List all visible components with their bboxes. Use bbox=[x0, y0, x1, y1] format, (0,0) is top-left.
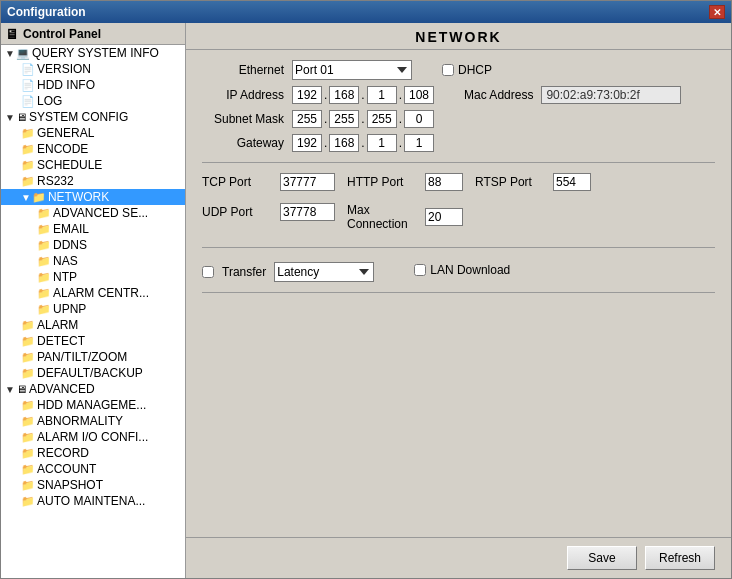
sidebar-item-snapshot[interactable]: 📁 SNAPSHOT bbox=[1, 477, 185, 493]
panel-body: Ethernet Port 01Port 02 DHCP IP Address … bbox=[186, 50, 731, 537]
gateway-dot-2: . bbox=[361, 136, 364, 150]
sidebar-item-hddinfo[interactable]: 📄 HDD INFO bbox=[1, 77, 185, 93]
encode-icon: 📁 bbox=[21, 143, 35, 156]
sidebar-item-query[interactable]: ▼ 💻 QUERY SYSTEM INFO bbox=[1, 45, 185, 61]
sidebar-item-general[interactable]: 📁 GENERAL bbox=[1, 125, 185, 141]
ip-part-1[interactable] bbox=[292, 86, 322, 104]
sidebar-item-ntp[interactable]: 📁 NTP bbox=[1, 269, 185, 285]
ip-address-row: IP Address . . . Mac Address bbox=[202, 86, 715, 104]
ethernet-dropdown[interactable]: Port 01Port 02 bbox=[292, 60, 412, 80]
snapshot-icon: 📁 bbox=[21, 479, 35, 492]
panel-title: NETWORK bbox=[186, 23, 731, 50]
tcp-port-label: TCP Port bbox=[202, 175, 272, 189]
alarm-centr-icon: 📁 bbox=[37, 287, 51, 300]
subnet-part-4[interactable] bbox=[404, 110, 434, 128]
rtsp-port-input[interactable] bbox=[553, 173, 591, 191]
sidebar-item-upnp[interactable]: 📁 UPNP bbox=[1, 301, 185, 317]
sidebar-item-version[interactable]: 📄 VERSION bbox=[1, 61, 185, 77]
ip-part-2[interactable] bbox=[329, 86, 359, 104]
sidebar-item-label: ACCOUNT bbox=[37, 462, 96, 476]
sidebar-item-label: SCHEDULE bbox=[37, 158, 102, 172]
sidebar-item-log[interactable]: 📄 LOG bbox=[1, 93, 185, 109]
sidebar-item-label: RECORD bbox=[37, 446, 89, 460]
sidebar-item-alarm-centr[interactable]: 📁 ALARM CENTR... bbox=[1, 285, 185, 301]
sidebar-item-email[interactable]: 📁 EMAIL bbox=[1, 221, 185, 237]
sidebar-item-network[interactable]: ▼ 📁 NETWORK bbox=[1, 189, 185, 205]
sidebar-item-auto-maint[interactable]: 📁 AUTO MAINTENA... bbox=[1, 493, 185, 509]
sidebar-item-label: AUTO MAINTENA... bbox=[37, 494, 145, 508]
sidebar-item-advanced-se[interactable]: 📁 ADVANCED SE... bbox=[1, 205, 185, 221]
dhcp-row: DHCP bbox=[442, 63, 492, 77]
ethernet-row: Ethernet Port 01Port 02 DHCP bbox=[202, 60, 715, 80]
sidebar-item-schedule[interactable]: 📁 SCHEDULE bbox=[1, 157, 185, 173]
save-button[interactable]: Save bbox=[567, 546, 637, 570]
lan-download-checkbox[interactable] bbox=[414, 264, 426, 276]
sidebar-item-label: DETECT bbox=[37, 334, 85, 348]
collapse-sysconfig[interactable]: ▼ bbox=[5, 112, 15, 123]
sidebar-item-advanced[interactable]: ▼ 🖥 ADVANCED bbox=[1, 381, 185, 397]
subnet-part-1[interactable] bbox=[292, 110, 322, 128]
lan-download-label: LAN Download bbox=[430, 263, 510, 277]
network-icon: 📁 bbox=[32, 191, 46, 204]
collapse-advanced[interactable]: ▼ bbox=[5, 384, 15, 395]
udp-port-input[interactable] bbox=[280, 203, 335, 221]
lan-download-row: LAN Download bbox=[414, 263, 510, 277]
sidebar-item-nas[interactable]: 📁 NAS bbox=[1, 253, 185, 269]
hddinfo-icon: 📄 bbox=[21, 79, 35, 92]
sidebar-item-label: QUERY SYSTEM INFO bbox=[32, 46, 159, 60]
ip-dot-3: . bbox=[399, 88, 402, 102]
ip-part-3[interactable] bbox=[367, 86, 397, 104]
alarm-io-icon: 📁 bbox=[21, 431, 35, 444]
max-conn-label: Max Connection bbox=[347, 203, 417, 231]
main-window: Configuration ✕ 🖥 Control Panel ▼ 💻 QUER… bbox=[0, 0, 732, 579]
subnet-label: Subnet Mask bbox=[202, 112, 292, 126]
sidebar-item-alarm-io[interactable]: 📁 ALARM I/O CONFI... bbox=[1, 429, 185, 445]
gateway-label: Gateway bbox=[202, 136, 292, 150]
sidebar-item-label: PAN/TILT/ZOOM bbox=[37, 350, 127, 364]
sidebar-item-encode[interactable]: 📁 ENCODE bbox=[1, 141, 185, 157]
sidebar-item-ddns[interactable]: 📁 DDNS bbox=[1, 237, 185, 253]
max-conn-input[interactable] bbox=[425, 208, 463, 226]
gateway-field: . . . bbox=[292, 134, 434, 152]
tcp-port-input[interactable] bbox=[280, 173, 335, 191]
sidebar-item-label: ALARM bbox=[37, 318, 78, 332]
sidebar-item-detect[interactable]: 📁 DETECT bbox=[1, 333, 185, 349]
rs232-icon: 📁 bbox=[21, 175, 35, 188]
mac-row: Mac Address bbox=[464, 86, 681, 104]
sidebar-item-ptz[interactable]: 📁 PAN/TILT/ZOOM bbox=[1, 349, 185, 365]
sidebar-item-rs232[interactable]: 📁 RS232 bbox=[1, 173, 185, 189]
transfer-checkbox[interactable] bbox=[202, 266, 214, 278]
http-port-row: HTTP Port bbox=[347, 173, 463, 191]
collapse-query[interactable]: ▼ bbox=[5, 48, 15, 59]
close-button[interactable]: ✕ bbox=[709, 5, 725, 19]
ip-part-4[interactable] bbox=[404, 86, 434, 104]
gateway-part-1[interactable] bbox=[292, 134, 322, 152]
gateway-part-2[interactable] bbox=[329, 134, 359, 152]
mac-input[interactable] bbox=[541, 86, 681, 104]
gateway-part-4[interactable] bbox=[404, 134, 434, 152]
panel-footer: Save Refresh bbox=[186, 537, 731, 578]
collapse-network[interactable]: ▼ bbox=[21, 192, 31, 203]
sidebar-item-record[interactable]: 📁 RECORD bbox=[1, 445, 185, 461]
sidebar-item-abnormality[interactable]: 📁 ABNORMALITY bbox=[1, 413, 185, 429]
subnet-row: Subnet Mask . . . bbox=[202, 110, 715, 128]
ntp-icon: 📁 bbox=[37, 271, 51, 284]
sidebar-item-default-backup[interactable]: 📁 DEFAULT/BACKUP bbox=[1, 365, 185, 381]
sidebar: 🖥 Control Panel ▼ 💻 QUERY SYSTEM INFO 📄 … bbox=[1, 23, 186, 578]
sidebar-item-account[interactable]: 📁 ACCOUNT bbox=[1, 461, 185, 477]
sidebar-item-hdd-manage[interactable]: 📁 HDD MANAGEME... bbox=[1, 397, 185, 413]
subnet-part-2[interactable] bbox=[329, 110, 359, 128]
transfer-dropdown[interactable]: LatencyBandwidth bbox=[274, 262, 374, 282]
sidebar-item-sysconfig[interactable]: ▼ 🖥 SYSTEM CONFIG bbox=[1, 109, 185, 125]
record-icon: 📁 bbox=[21, 447, 35, 460]
ddns-icon: 📁 bbox=[37, 239, 51, 252]
ports-row2: UDP Port Max Connection bbox=[202, 203, 715, 237]
sidebar-item-alarm[interactable]: 📁 ALARM bbox=[1, 317, 185, 333]
control-panel-icon: 🖥 bbox=[5, 26, 19, 42]
sidebar-item-label: HDD MANAGEME... bbox=[37, 398, 146, 412]
gateway-part-3[interactable] bbox=[367, 134, 397, 152]
subnet-part-3[interactable] bbox=[367, 110, 397, 128]
dhcp-checkbox[interactable] bbox=[442, 64, 454, 76]
refresh-button[interactable]: Refresh bbox=[645, 546, 715, 570]
http-port-input[interactable] bbox=[425, 173, 463, 191]
